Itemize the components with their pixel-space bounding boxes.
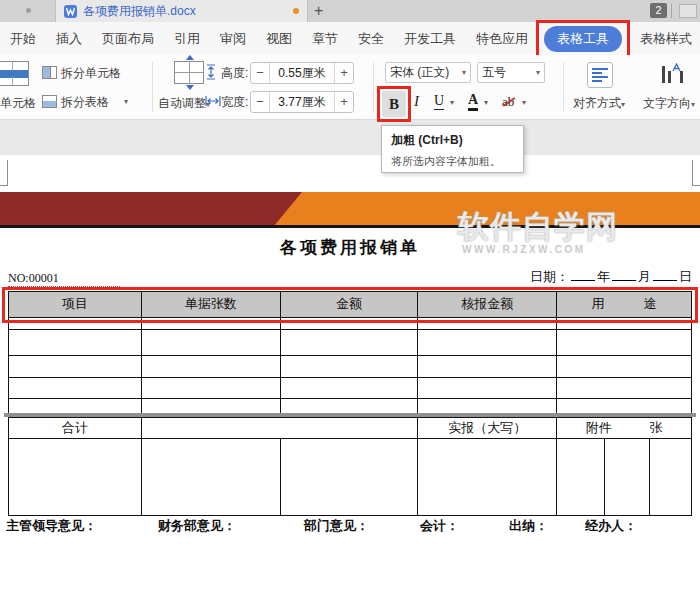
signature-cashier: 出纳： xyxy=(509,517,548,535)
toolbar-separator xyxy=(152,62,153,112)
width-increment-button[interactable]: + xyxy=(335,92,353,112)
menu-item-special-features[interactable]: 特色应用 xyxy=(476,30,528,48)
writer-doc-icon xyxy=(64,5,77,18)
actual-amount-cell: 实报（大写） xyxy=(418,418,557,439)
document-tab-title: 各项费用报销单.docx xyxy=(83,3,196,20)
font-color-dropdown-icon[interactable]: ▾ xyxy=(484,98,488,107)
date-line: 日期：年月日 xyxy=(530,268,692,286)
attachment-label: 附件 xyxy=(586,421,612,435)
signature-accountant: 会计： xyxy=(420,517,459,535)
table-row[interactable] xyxy=(9,378,692,399)
date-day-blank xyxy=(653,268,677,281)
alignment-icon[interactable] xyxy=(587,62,613,88)
row-height-stepper: − 0.55厘米 + xyxy=(250,62,354,84)
date-year-label: 年 xyxy=(597,269,610,284)
date-year-blank xyxy=(571,268,595,281)
split-cells-button[interactable]: 拆分单元格 xyxy=(61,65,121,82)
modified-dot-icon xyxy=(293,8,299,14)
height-decrement-button[interactable]: − xyxy=(251,63,269,83)
form-title: 各项费用报销单 xyxy=(0,236,700,259)
total-value-cell[interactable] xyxy=(141,418,418,439)
underline-button[interactable]: U xyxy=(434,93,444,110)
menu-item-page-layout[interactable]: 页面布局 xyxy=(102,30,154,48)
new-tab-button[interactable]: + xyxy=(314,0,323,22)
text-direction-icon[interactable] xyxy=(660,62,684,88)
menu-item-insert[interactable]: 插入 xyxy=(56,30,82,48)
width-decrement-button[interactable]: − xyxy=(251,92,269,112)
height-value[interactable]: 0.55厘米 xyxy=(269,63,335,83)
signature-finance: 财务部意见： xyxy=(158,517,236,535)
table-row[interactable] xyxy=(9,356,692,378)
width-value[interactable]: 3.77厘米 xyxy=(269,92,335,112)
italic-button[interactable]: I xyxy=(414,93,419,110)
alignment-button[interactable]: 对齐方式▾ xyxy=(573,95,625,112)
row-height-icon xyxy=(205,64,217,83)
date-day-label: 日 xyxy=(679,269,692,284)
margin-crop-mark-right xyxy=(692,160,700,186)
menu-item-security[interactable]: 安全 xyxy=(358,30,384,48)
header-row-highlight-box xyxy=(2,287,698,323)
document-tab[interactable]: 各项费用报销单.docx xyxy=(55,0,308,22)
app-window: 各项费用报销单.docx + 2 开始 插入 页面布局 引用 审阅 视图 章节 … xyxy=(0,0,700,597)
menu-item-view[interactable]: 视图 xyxy=(266,30,292,48)
split-table-icon xyxy=(42,95,57,108)
tab-stub-dot xyxy=(26,8,31,13)
date-month-blank xyxy=(612,268,636,281)
table-row[interactable] xyxy=(9,330,692,356)
highlight-dropdown-icon[interactable]: ▾ xyxy=(522,98,526,107)
ribbon-menu-bar: 开始 插入 页面布局 引用 审阅 视图 章节 安全 开发工具 特色应用 表格工具… xyxy=(0,22,700,55)
col-width-icon xyxy=(205,94,221,111)
underline-dropdown-icon[interactable]: ▾ xyxy=(450,98,454,107)
menu-item-references[interactable]: 引用 xyxy=(174,30,200,48)
menu-item-table-tools[interactable]: 表格工具 xyxy=(544,26,622,52)
menu-item-dev-tools[interactable]: 开发工具 xyxy=(404,30,456,48)
height-increment-button[interactable]: + xyxy=(335,63,353,83)
sheet-label: 张 xyxy=(649,421,662,435)
attachment-cell: 附件 张 xyxy=(557,418,692,439)
signature-supervisor: 主管领导意见： xyxy=(6,517,97,535)
bold-tooltip: 加粗 (Ctrl+B) 将所选内容字体加粗。 xyxy=(381,125,524,173)
table-section-divider xyxy=(4,413,696,417)
font-size-select[interactable]: 五号▾ xyxy=(477,62,545,83)
font-color-button[interactable]: A xyxy=(468,92,478,111)
window-control-partial[interactable] xyxy=(679,4,697,18)
tooltip-description: 将所选内容字体加粗。 xyxy=(391,154,514,169)
expense-form-table[interactable]: 项目 单据张数 金额 核报金额 用 途 合计 实报（大写） 附件 张 xyxy=(8,291,692,516)
font-name-select[interactable]: 宋体 (正文)▾ xyxy=(385,62,471,83)
merge-cells-button[interactable]: 单元格 xyxy=(0,95,36,112)
margin-crop-mark-left xyxy=(0,160,8,186)
row-height-label: 高度: xyxy=(221,65,248,82)
tooltip-title: 加粗 (Ctrl+B) xyxy=(391,132,514,149)
menu-item-start[interactable]: 开始 xyxy=(10,30,36,48)
menu-item-table-tools-wrap: 表格工具 xyxy=(544,26,622,52)
signature-handler: 经办人： xyxy=(585,517,637,535)
col-width-stepper: − 3.77厘米 + xyxy=(250,91,354,113)
bold-highlight-box xyxy=(377,86,411,122)
total-row[interactable]: 合计 实报（大写） 附件 张 xyxy=(9,418,692,439)
toolbar-separator xyxy=(373,62,374,112)
split-cells-icon xyxy=(42,66,57,79)
signature-department: 部门意见： xyxy=(304,517,369,535)
tab-bar: 各项费用报销单.docx + 2 xyxy=(0,0,700,22)
table-tools-toolbar: 单元格 拆分单元格 拆分表格 ▾ 自动调整▾ 高度: − 0.55厘米 + 宽度… xyxy=(0,55,700,120)
notification-badge[interactable]: 2 xyxy=(650,3,667,18)
menu-item-table-style[interactable]: 表格样式 xyxy=(640,30,692,48)
text-direction-button[interactable]: 文字方向▾ xyxy=(643,95,695,112)
toolbar-separator xyxy=(563,62,564,112)
date-label: 日期： xyxy=(530,269,569,284)
window-separator xyxy=(671,4,672,18)
date-month-label: 月 xyxy=(638,269,651,284)
autofit-icon xyxy=(174,61,204,84)
serial-number: NO:00001 xyxy=(8,271,59,286)
split-table-button[interactable]: 拆分表格 xyxy=(61,94,109,111)
total-label-cell: 合计 xyxy=(9,418,142,439)
col-width-label: 宽度: xyxy=(221,94,248,111)
menu-item-review[interactable]: 审阅 xyxy=(220,30,246,48)
split-table-dropdown-icon[interactable]: ▾ xyxy=(124,97,128,106)
menu-item-section[interactable]: 章节 xyxy=(312,30,338,48)
header-band-maroon xyxy=(0,192,302,225)
merge-cells-icon[interactable] xyxy=(0,61,29,86)
table-row[interactable] xyxy=(9,439,692,516)
